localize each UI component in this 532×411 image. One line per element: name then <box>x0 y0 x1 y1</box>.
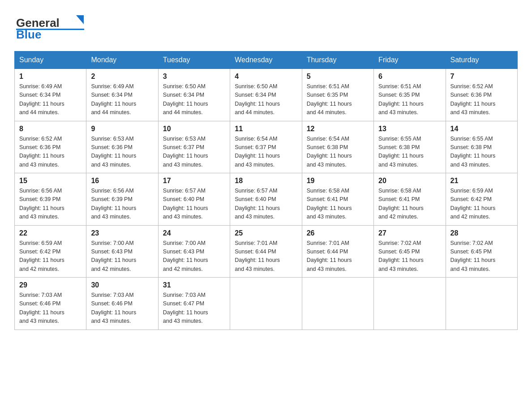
calendar-cell: 26Sunrise: 7:01 AMSunset: 6:44 PMDayligh… <box>302 225 373 278</box>
svg-marker-1 <box>76 15 84 24</box>
calendar-cell: 24Sunrise: 7:00 AMSunset: 6:43 PMDayligh… <box>158 225 230 278</box>
day-info: Sunrise: 6:56 AMSunset: 6:39 PMDaylight:… <box>19 187 82 222</box>
day-info: Sunrise: 6:55 AMSunset: 6:38 PMDaylight:… <box>378 135 441 170</box>
calendar-cell: 16Sunrise: 6:56 AMSunset: 6:39 PMDayligh… <box>86 173 158 226</box>
day-number: 12 <box>307 125 369 133</box>
calendar-cell: 30Sunrise: 7:03 AMSunset: 6:46 PMDayligh… <box>86 278 158 330</box>
calendar-cell: 28Sunrise: 7:02 AMSunset: 6:45 PMDayligh… <box>446 225 517 278</box>
day-number: 11 <box>235 125 297 133</box>
calendar-cell: 27Sunrise: 7:02 AMSunset: 6:45 PMDayligh… <box>374 225 446 278</box>
calendar-cell: 3Sunrise: 6:50 AMSunset: 6:34 PMDaylight… <box>158 69 230 121</box>
day-info: Sunrise: 6:58 AMSunset: 6:41 PMDaylight:… <box>378 187 441 222</box>
day-info: Sunrise: 6:58 AMSunset: 6:41 PMDaylight:… <box>307 187 369 222</box>
calendar-cell <box>230 278 302 330</box>
day-number: 14 <box>450 125 513 133</box>
calendar-cell <box>446 278 517 330</box>
day-info: Sunrise: 7:00 AMSunset: 6:43 PMDaylight:… <box>163 239 225 274</box>
header-thursday: Thursday <box>302 51 373 69</box>
calendar-cell: 21Sunrise: 6:59 AMSunset: 6:42 PMDayligh… <box>446 173 517 226</box>
day-info: Sunrise: 6:50 AMSunset: 6:34 PMDaylight:… <box>163 82 225 117</box>
header-tuesday: Tuesday <box>158 51 230 69</box>
day-info: Sunrise: 6:51 AMSunset: 6:35 PMDaylight:… <box>307 82 369 117</box>
calendar-cell: 2Sunrise: 6:49 AMSunset: 6:34 PMDaylight… <box>86 69 158 121</box>
calendar-cell: 20Sunrise: 6:58 AMSunset: 6:41 PMDayligh… <box>374 173 446 226</box>
calendar-cell: 12Sunrise: 6:54 AMSunset: 6:38 PMDayligh… <box>302 121 373 173</box>
day-number: 20 <box>378 177 441 185</box>
calendar-cell: 14Sunrise: 6:55 AMSunset: 6:38 PMDayligh… <box>446 121 517 173</box>
calendar-cell: 7Sunrise: 6:52 AMSunset: 6:36 PMDaylight… <box>446 69 517 121</box>
day-info: Sunrise: 6:55 AMSunset: 6:38 PMDaylight:… <box>450 135 513 170</box>
day-number: 6 <box>378 73 441 81</box>
day-number: 15 <box>19 177 82 185</box>
calendar-cell: 11Sunrise: 6:54 AMSunset: 6:37 PMDayligh… <box>230 121 302 173</box>
calendar-cell: 29Sunrise: 7:03 AMSunset: 6:46 PMDayligh… <box>15 278 86 330</box>
day-number: 26 <box>307 229 369 237</box>
calendar-cell: 19Sunrise: 6:58 AMSunset: 6:41 PMDayligh… <box>302 173 373 226</box>
calendar-cell: 23Sunrise: 7:00 AMSunset: 6:43 PMDayligh… <box>86 225 158 278</box>
day-info: Sunrise: 7:00 AMSunset: 6:43 PMDaylight:… <box>91 239 153 274</box>
week-row-2: 8Sunrise: 6:52 AMSunset: 6:36 PMDaylight… <box>15 121 518 173</box>
day-number: 18 <box>235 177 297 185</box>
day-number: 19 <box>307 177 369 185</box>
header-saturday: Saturday <box>446 51 517 69</box>
calendar-cell: 9Sunrise: 6:53 AMSunset: 6:36 PMDaylight… <box>86 121 158 173</box>
day-number: 21 <box>450 177 513 185</box>
week-row-5: 29Sunrise: 7:03 AMSunset: 6:46 PMDayligh… <box>15 278 518 330</box>
header-monday: Monday <box>86 51 158 69</box>
day-info: Sunrise: 6:52 AMSunset: 6:36 PMDaylight:… <box>450 82 513 117</box>
logo: General Blue <box>14 11 86 42</box>
day-number: 28 <box>450 229 513 237</box>
day-number: 27 <box>378 229 441 237</box>
calendar-cell: 8Sunrise: 6:52 AMSunset: 6:36 PMDaylight… <box>15 121 86 173</box>
day-number: 10 <box>163 125 225 133</box>
calendar-cell <box>302 278 373 330</box>
calendar-cell: 31Sunrise: 7:03 AMSunset: 6:47 PMDayligh… <box>158 278 230 330</box>
day-info: Sunrise: 7:03 AMSunset: 6:47 PMDaylight:… <box>163 291 225 326</box>
day-number: 8 <box>19 125 82 133</box>
week-row-3: 15Sunrise: 6:56 AMSunset: 6:39 PMDayligh… <box>15 173 518 226</box>
calendar-cell: 25Sunrise: 7:01 AMSunset: 6:44 PMDayligh… <box>230 225 302 278</box>
day-info: Sunrise: 6:51 AMSunset: 6:35 PMDaylight:… <box>378 82 441 117</box>
day-info: Sunrise: 6:49 AMSunset: 6:34 PMDaylight:… <box>19 82 82 117</box>
day-number: 9 <box>91 125 153 133</box>
calendar-table: SundayMondayTuesdayWednesdayThursdayFrid… <box>14 51 518 330</box>
day-info: Sunrise: 6:59 AMSunset: 6:42 PMDaylight:… <box>450 187 513 222</box>
day-info: Sunrise: 6:50 AMSunset: 6:34 PMDaylight:… <box>235 82 297 117</box>
day-number: 7 <box>450 73 513 81</box>
day-info: Sunrise: 7:03 AMSunset: 6:46 PMDaylight:… <box>91 291 153 326</box>
day-info: Sunrise: 6:56 AMSunset: 6:39 PMDaylight:… <box>91 187 153 222</box>
day-info: Sunrise: 6:54 AMSunset: 6:38 PMDaylight:… <box>307 135 369 170</box>
day-number: 22 <box>19 229 82 237</box>
day-number: 25 <box>235 229 297 237</box>
logo-svg: General Blue <box>14 11 86 42</box>
day-info: Sunrise: 6:53 AMSunset: 6:37 PMDaylight:… <box>163 135 225 170</box>
day-number: 4 <box>235 73 297 81</box>
calendar-cell: 13Sunrise: 6:55 AMSunset: 6:38 PMDayligh… <box>374 121 446 173</box>
calendar-cell: 1Sunrise: 6:49 AMSunset: 6:34 PMDaylight… <box>15 69 86 121</box>
day-info: Sunrise: 7:03 AMSunset: 6:46 PMDaylight:… <box>19 291 82 326</box>
week-row-1: 1Sunrise: 6:49 AMSunset: 6:34 PMDaylight… <box>15 69 518 121</box>
day-number: 5 <box>307 73 369 81</box>
day-number: 2 <box>91 73 153 81</box>
day-info: Sunrise: 6:52 AMSunset: 6:36 PMDaylight:… <box>19 135 82 170</box>
day-info: Sunrise: 7:02 AMSunset: 6:45 PMDaylight:… <box>450 239 513 274</box>
day-info: Sunrise: 7:02 AMSunset: 6:45 PMDaylight:… <box>378 239 441 274</box>
calendar-cell <box>374 278 446 330</box>
day-info: Sunrise: 6:53 AMSunset: 6:36 PMDaylight:… <box>91 135 153 170</box>
calendar-cell: 6Sunrise: 6:51 AMSunset: 6:35 PMDaylight… <box>374 69 446 121</box>
day-number: 3 <box>163 73 225 81</box>
svg-text:Blue: Blue <box>16 28 41 41</box>
day-number: 24 <box>163 229 225 237</box>
calendar-cell: 15Sunrise: 6:56 AMSunset: 6:39 PMDayligh… <box>15 173 86 226</box>
calendar-cell: 22Sunrise: 6:59 AMSunset: 6:42 PMDayligh… <box>15 225 86 278</box>
day-info: Sunrise: 6:49 AMSunset: 6:34 PMDaylight:… <box>91 82 153 117</box>
day-number: 1 <box>19 73 82 81</box>
day-info: Sunrise: 7:01 AMSunset: 6:44 PMDaylight:… <box>307 239 369 274</box>
day-info: Sunrise: 6:57 AMSunset: 6:40 PMDaylight:… <box>163 187 225 222</box>
week-row-4: 22Sunrise: 6:59 AMSunset: 6:42 PMDayligh… <box>15 225 518 278</box>
calendar-cell: 4Sunrise: 6:50 AMSunset: 6:34 PMDaylight… <box>230 69 302 121</box>
calendar-cell: 10Sunrise: 6:53 AMSunset: 6:37 PMDayligh… <box>158 121 230 173</box>
calendar-cell: 5Sunrise: 6:51 AMSunset: 6:35 PMDaylight… <box>302 69 373 121</box>
header-row: SundayMondayTuesdayWednesdayThursdayFrid… <box>15 51 518 69</box>
day-info: Sunrise: 6:54 AMSunset: 6:37 PMDaylight:… <box>235 135 297 170</box>
